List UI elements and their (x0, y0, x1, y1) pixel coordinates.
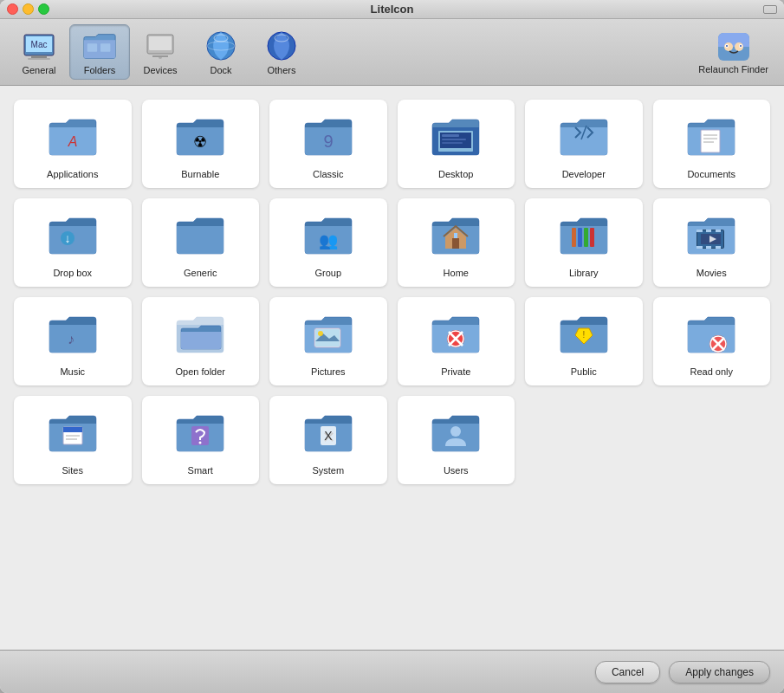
icon-item-system[interactable]: ✕X System (269, 396, 387, 484)
svg-point-74 (199, 442, 202, 444)
icon-item-music[interactable]: ♪ Music (14, 297, 132, 385)
svg-rect-8 (149, 36, 172, 50)
dropbox-icon: ↓ (45, 207, 100, 262)
icon-item-dropbox[interactable]: ↓ Drop box (14, 198, 132, 287)
svg-rect-5 (87, 43, 97, 52)
svg-text:Mac: Mac (31, 40, 48, 49)
openfolder-icon (172, 306, 228, 361)
system-label: System (312, 465, 344, 476)
icon-item-openfolder[interactable]: Open folder (142, 297, 260, 385)
relaunch-finder-button[interactable]: Relaunch Finder (691, 26, 775, 78)
pictures-label: Pictures (311, 366, 346, 377)
toolbar-item-others[interactable]: Others (251, 25, 312, 79)
icon-item-desktop[interactable]: Desktop (398, 100, 515, 188)
group-icon: 👥 (301, 207, 356, 262)
icon-item-sites[interactable]: Sites (14, 396, 132, 484)
toolbar-item-devices[interactable]: Devices (130, 25, 191, 79)
system-icon: ✕X (301, 405, 356, 460)
private-icon (428, 306, 483, 361)
library-icon (556, 207, 612, 262)
svg-rect-70 (63, 427, 82, 432)
icon-item-generic[interactable]: Generic (142, 198, 260, 287)
folders-icon (82, 29, 117, 63)
readonly-label: Read only (690, 366, 733, 377)
svg-text:👥: 👥 (319, 231, 339, 250)
music-icon: ♪ (45, 306, 100, 361)
icon-item-developer[interactable]: Developer (525, 100, 643, 188)
general-icon: Mac (22, 29, 56, 63)
apply-changes-button[interactable]: Apply changes (669, 661, 770, 683)
svg-rect-52 (716, 246, 721, 249)
users-label: Users (444, 465, 469, 476)
svg-rect-43 (584, 228, 588, 247)
toolbar-item-folders[interactable]: Folders (69, 24, 130, 80)
movies-label: Movies (697, 268, 727, 278)
resize-button[interactable] (763, 5, 777, 14)
svg-text:☢: ☢ (193, 133, 207, 151)
minimize-button[interactable] (23, 3, 34, 15)
icon-item-public[interactable]: ! Public (525, 297, 643, 385)
icon-item-classic[interactable]: 9 Classic (269, 100, 387, 188)
private-label: Private (441, 366, 470, 377)
maximize-button[interactable] (38, 3, 49, 15)
svg-point-78 (450, 426, 461, 437)
finder-icon (716, 29, 751, 64)
cancel-button[interactable]: Cancel (595, 661, 660, 683)
developer-icon (556, 108, 612, 164)
sites-icon (45, 405, 100, 460)
toolbar-item-dock[interactable]: Dock (191, 25, 251, 79)
svg-rect-51 (706, 246, 711, 249)
svg-rect-3 (28, 58, 50, 60)
general-label: General (22, 65, 55, 75)
titlebar: LiteIcon (0, 0, 784, 19)
applications-label: Applications (47, 169, 98, 179)
icon-item-burnable[interactable]: ☢ Burnable (142, 100, 260, 188)
classic-label: Classic (313, 169, 343, 179)
devices-icon (143, 29, 178, 63)
icon-item-documents[interactable]: Documents (653, 100, 771, 188)
sites-label: Sites (62, 465, 83, 476)
icon-item-pictures[interactable]: Pictures (269, 297, 387, 385)
svg-text:X: X (324, 429, 333, 443)
svg-rect-48 (706, 230, 711, 232)
relaunch-label: Relaunch Finder (698, 64, 768, 74)
icon-item-private[interactable]: Private (398, 297, 515, 385)
users-icon (428, 405, 483, 460)
svg-rect-32 (442, 142, 463, 144)
svg-rect-18 (718, 43, 749, 47)
close-button[interactable] (7, 3, 18, 15)
developer-label: Developer (562, 169, 606, 179)
group-label: Group (314, 268, 341, 278)
toolbar-item-general[interactable]: Mac General (9, 25, 69, 79)
others-icon (264, 29, 299, 63)
smart-label: Smart (188, 465, 213, 476)
others-label: Others (267, 65, 295, 75)
icon-grid: A Applications ☢ Burnable 9 Classic Desk… (14, 100, 770, 484)
public-label: Public (571, 366, 597, 377)
burnable-icon: ☢ (172, 108, 228, 164)
generic-icon (172, 207, 228, 262)
icon-item-group[interactable]: 👥 Group (269, 198, 387, 287)
svg-rect-10 (152, 55, 168, 57)
dropbox-label: Drop box (53, 268, 92, 278)
devices-label: Devices (143, 65, 177, 75)
openfolder-label: Open folder (176, 366, 225, 377)
icon-item-home[interactable]: Home (398, 198, 515, 287)
svg-text:A: A (67, 134, 77, 149)
svg-rect-2 (31, 55, 47, 58)
svg-text:!: ! (582, 330, 585, 340)
home-label: Home (444, 268, 469, 278)
icon-item-movies[interactable]: Movies (653, 198, 771, 287)
library-label: Library (569, 268, 599, 278)
icon-item-users[interactable]: Users (398, 396, 515, 484)
desktop-label: Desktop (438, 169, 473, 179)
icon-item-smart[interactable]: Smart (142, 396, 260, 484)
svg-rect-41 (572, 228, 576, 247)
icon-item-applications[interactable]: A Applications (14, 100, 132, 188)
generic-label: Generic (184, 268, 217, 278)
documents-label: Documents (687, 169, 735, 179)
icon-item-library[interactable]: Library (525, 198, 643, 287)
main-window: LiteIcon Mac General (0, 0, 784, 693)
icon-item-readonly[interactable]: Read only (653, 297, 771, 385)
svg-text:♪: ♪ (68, 332, 75, 346)
